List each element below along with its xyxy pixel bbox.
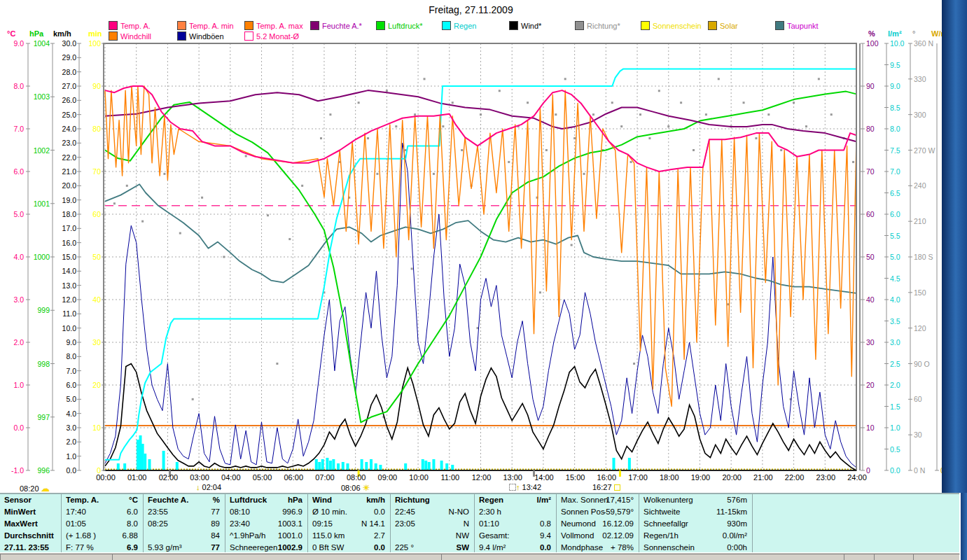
x-tick-label: 00:00 [93, 473, 118, 482]
tick-label-km/h: 24.0 [62, 125, 76, 132]
table-cell-value: 84 [144, 530, 220, 542]
weather-app-window: Freitag, 27.11.2009 Temp. A.Temp. A. min… [0, 0, 967, 560]
tick-label-l/m²: 10.0 [890, 40, 904, 47]
x-tick-label: 14:00 [531, 473, 557, 482]
tick-label-°: 360 N [914, 40, 933, 47]
tick-label-l/m²: 5.0 [890, 253, 900, 260]
tick-label-km/h: 16.0 [62, 239, 76, 246]
x-tick-label: 02:00 [155, 473, 181, 482]
tick-label-km/h: 15.0 [62, 253, 76, 260]
corner-time: 08:20 [20, 484, 39, 493]
tick-label-min: 20 [92, 382, 101, 388]
tick-label-l/m²: 8.0 [890, 125, 900, 132]
table-cell-value: hPa [225, 494, 302, 506]
moonset-annotation: ↓ 02:04 [196, 483, 221, 491]
tick-label-hPa: 997 [37, 414, 50, 421]
tick-label-km/h: 30.0 [62, 40, 76, 47]
sunrise-annotation: 08:06 ☀ [341, 483, 370, 493]
table-cell-value: 0.8 [475, 518, 551, 530]
table-cell-value: 6.88 [62, 530, 138, 542]
tick-label-km/h: 20.0 [62, 182, 76, 189]
tick-label-l/m²: 6.0 [890, 211, 900, 218]
sunrise-time: 08:06 [341, 484, 361, 492]
tick-label-km/h: 2.0 [66, 438, 76, 445]
desktop-background-strip [942, 0, 967, 493]
table-cell-value: -59,579° [557, 506, 634, 518]
sun-icon: ☀ [363, 483, 370, 493]
table-cell-value: 0.0 [308, 506, 385, 518]
tick-label-min: 30 [92, 339, 101, 346]
table-cell-label: MaxWert [4, 518, 57, 530]
corner-time-annotation: 08:20 ☁ [20, 484, 50, 493]
tick-label-%: 20 [866, 382, 875, 388]
tick-label-km/h: 9.0 [66, 339, 76, 346]
x-tick-label: 03:00 [187, 473, 212, 482]
status-bar-segment [0, 554, 113, 560]
table-cell-value: 8.0 [62, 518, 138, 530]
tick-label-°: 240 [914, 182, 926, 189]
moon-down-arrow-icon: ↓ [196, 483, 200, 491]
table-cell-value: 1001.0 [225, 530, 302, 542]
tick-label-km/h: 14.0 [62, 267, 76, 274]
moonset-time: 02:04 [202, 483, 222, 491]
tick-label-l/m²: 9.0 [890, 83, 900, 90]
tick-label-%: 100 [866, 40, 879, 47]
tick-label-km/h: 21.0 [62, 168, 76, 175]
x-tick-label: 22:00 [782, 473, 807, 482]
tick-label-°: 300 [914, 111, 926, 118]
tick-label-°C: 3.0 [13, 296, 24, 303]
x-tick-label: 19:00 [688, 473, 713, 482]
x-tick-label: 17:00 [625, 473, 651, 482]
table-cell-value: l/m² [475, 494, 551, 506]
tick-label-km/h: 4.0 [66, 410, 76, 417]
weather-chart[interactable] [0, 0, 967, 493]
tick-label-km/h: 3.0 [66, 424, 76, 431]
tick-label-°C: 5.0 [13, 211, 24, 218]
status-bar-segment [913, 554, 960, 560]
table-cell-value: 2.7 [308, 530, 385, 542]
tick-label-l/m²: 6.5 [890, 190, 900, 197]
sunset-time: 16:27 [592, 483, 612, 491]
x-tick-label: 06:00 [281, 473, 306, 482]
tick-label-min: 100 [88, 40, 101, 47]
tick-label-°C: 6.0 [13, 168, 24, 175]
table-cell-label: Sensor [4, 494, 57, 506]
tick-label-min: 70 [92, 168, 101, 175]
status-bar-segment [874, 554, 914, 560]
sun-cloud-icon: ☁ [41, 484, 50, 493]
table-cell-value: 576m [639, 494, 747, 506]
x-tick-label: 16:00 [594, 473, 619, 482]
tick-label-min: 60 [92, 211, 101, 218]
table-cell-value: 1003.1 [225, 518, 302, 530]
table-cell-value: NW [391, 530, 469, 542]
tick-label-°: 90 O [914, 360, 930, 368]
tick-label-min: 40 [92, 296, 101, 303]
tick-label-hPa: 1004 [34, 40, 50, 47]
tick-label-min: 50 [92, 253, 101, 260]
tick-label-°C: 7.0 [13, 125, 24, 132]
chart-plot-area[interactable] [105, 43, 856, 470]
x-tick-label: 18:00 [657, 473, 682, 482]
moon-up-arrow-icon: ↑ [516, 483, 520, 491]
x-tick-label: 01:00 [125, 473, 150, 482]
table-cell-label: Durchschnitt [4, 530, 57, 542]
x-tick-label: 08:00 [344, 473, 369, 482]
sensor-summary-table: SensorMinWertMaxWertDurchschnitt27.11. 2… [0, 493, 959, 554]
tick-label-%: 10 [866, 424, 875, 431]
status-bar-segment [844, 554, 875, 560]
tick-label-hPa: 999 [37, 307, 50, 314]
x-tick-label: 09:00 [375, 473, 400, 482]
tick-label-l/m²: 1.5 [890, 403, 900, 410]
table-cell-value: 02.12.09 [557, 530, 634, 542]
tick-label-°C: 8.0 [13, 83, 24, 90]
tick-label-hPa: 1003 [34, 93, 50, 100]
tick-label-km/h: 13.0 [62, 282, 76, 289]
tick-label-km/h: 6.0 [66, 382, 76, 388]
tick-label-°C: 9.0 [13, 40, 24, 47]
tick-label-l/m²: 5.5 [890, 232, 900, 239]
tick-label-l/m²: 2.0 [890, 382, 900, 388]
tick-label-km/h: 19.0 [62, 197, 76, 204]
x-tick-label: 13:00 [500, 473, 525, 482]
x-tick-label: 10:00 [406, 473, 431, 482]
tick-label-km/h: 26.0 [62, 97, 76, 104]
